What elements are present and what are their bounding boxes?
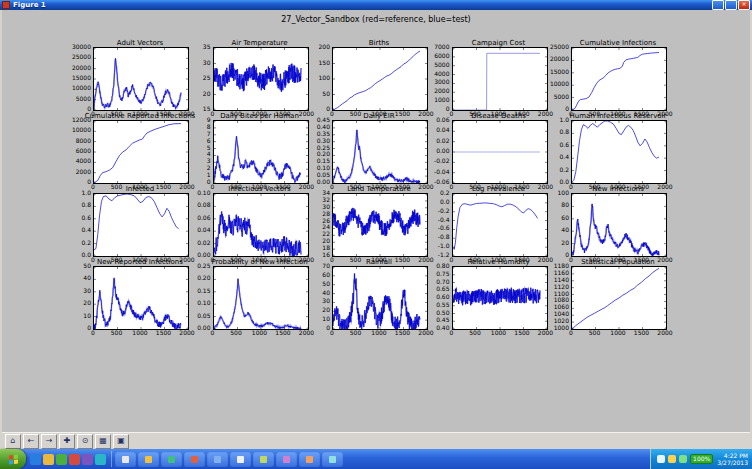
quick-launch-icon[interactable] (82, 454, 93, 465)
minimize-button[interactable] (712, 0, 724, 10)
quick-launch-icon[interactable] (43, 454, 54, 465)
x-tick-label: 1000 (607, 330, 629, 336)
taskbar-window-button[interactable] (115, 452, 136, 467)
subplot-title: Infectious Vectors (228, 185, 290, 193)
toolbar-pan-button[interactable]: ✚ (59, 434, 75, 449)
y-tick-label: -1.0 (427, 243, 450, 249)
taskbar-window-button[interactable] (138, 452, 159, 467)
y-tick-label: 10 (68, 313, 91, 319)
app-icon (214, 456, 221, 463)
y-tick-label: 4000 (68, 158, 91, 164)
subplot-plot-area[interactable] (93, 47, 189, 111)
taskbar-window-button[interactable] (322, 452, 343, 467)
subplot-plot-area[interactable] (571, 193, 667, 257)
taskbar-clock[interactable]: 4:22 PM 3/27/2013 (717, 452, 748, 466)
subplot-title: Cumulative Infections (580, 39, 656, 47)
x-tick-label: 1000 (488, 330, 510, 336)
taskbar-window-button[interactable] (276, 452, 297, 467)
quick-launch-icon[interactable] (69, 454, 80, 465)
clock-date: 3/27/2013 (717, 459, 748, 466)
subplot-plot-area[interactable] (213, 47, 309, 111)
y-tick-label: 40 (307, 290, 330, 296)
y-tick-label: 30 (307, 298, 330, 304)
subplot-plot-area[interactable] (452, 266, 548, 330)
y-tick-label: 30 (188, 60, 211, 66)
y-tick-label: 30 (307, 204, 330, 210)
taskbar-window-button[interactable] (161, 452, 182, 467)
y-tick-label: 0.25 (188, 263, 211, 269)
x-tick-label: 500 (345, 330, 367, 336)
y-tick-label: 5000 (546, 94, 569, 100)
subplot-plot-area[interactable] (332, 120, 428, 184)
y-tick-label: 40 (68, 275, 91, 281)
subplot-plot-area[interactable] (93, 120, 189, 184)
subplot-cell: Human Infectious Reservoir1.00.80.60.40.… (546, 112, 666, 185)
toolbar-save-button[interactable]: ▣ (113, 434, 129, 449)
taskbar-window-button[interactable] (207, 452, 228, 467)
subplot-cell: Relative Humidity0.800.750.700.650.600.5… (427, 258, 547, 331)
subplot-plot-area[interactable] (213, 266, 309, 330)
maximize-button[interactable] (725, 0, 737, 10)
battery-indicator[interactable]: 100% (690, 454, 713, 464)
y-tick-label: 0.15 (188, 288, 211, 294)
subplot-plot-area[interactable] (571, 47, 667, 111)
subplot-plot-area[interactable] (452, 120, 548, 184)
toolbar-back-button[interactable]: ← (23, 434, 39, 449)
figure-canvas: 27_Vector_Sandbox (red=reference, blue=t… (0, 10, 752, 449)
subplot-cell: Daily Bites per Human9876543210050010001… (188, 112, 308, 185)
tray-icon[interactable] (679, 455, 687, 463)
subplot-plot-area[interactable] (452, 47, 548, 111)
subplot-title: Disease Deaths (471, 112, 526, 120)
taskbar-window-button[interactable] (230, 452, 251, 467)
subplot-plot-area[interactable] (213, 120, 309, 184)
y-tick-label: 25 (188, 75, 211, 81)
close-button[interactable]: × (738, 0, 750, 10)
subplot-plot-area[interactable] (332, 47, 428, 111)
subplot-title: Log Prevalence (472, 185, 525, 193)
quick-launch-icon[interactable] (95, 454, 106, 465)
y-tick-label: 20 (68, 300, 91, 306)
y-tick-label: 3000 (427, 79, 450, 85)
subplot-cell: New Reported Infections50403020100050010… (68, 258, 188, 331)
subplot-plot-area[interactable] (452, 193, 548, 257)
subplot-title: Air Temperature (231, 39, 287, 47)
y-tick-label: 35 (188, 44, 211, 50)
subplot-plot-area[interactable] (332, 266, 428, 330)
subplot-title: Infected (126, 185, 155, 193)
subplot-plot-area[interactable] (213, 193, 309, 257)
start-button[interactable] (0, 449, 26, 469)
tray-icon[interactable] (657, 455, 665, 463)
subplot-plot-area[interactable] (93, 193, 189, 257)
taskbar-window-button[interactable] (253, 452, 274, 467)
taskbar-window-button[interactable] (184, 452, 205, 467)
y-tick-label: 0.2 (546, 167, 569, 173)
toolbar-zoom-button[interactable]: ⊙ (77, 434, 93, 449)
y-tick-label: 15000 (546, 69, 569, 75)
toolbar-subplots-button[interactable]: ▦ (95, 434, 111, 449)
y-tick-label: 200 (307, 44, 330, 50)
y-tick-label: 0.4 (546, 154, 569, 160)
x-tick-label: 500 (225, 330, 247, 336)
subplot-cell: Rainfall7060504030201000500100015002000 (307, 258, 427, 331)
quick-launch-icon[interactable] (30, 454, 41, 465)
toolbar-home-button[interactable]: ⌂ (5, 434, 21, 449)
subplot-title: Daily Bites per Human (220, 112, 299, 120)
x-tick-label: 1500 (392, 330, 414, 336)
subplot-plot-area[interactable] (571, 120, 667, 184)
plots-grid: Adult Vectors300002500020000150001000050… (68, 39, 666, 331)
y-tick-label: 0.2 (68, 240, 91, 246)
y-tick-label: 0.06 (427, 117, 450, 123)
tray-icon[interactable] (668, 455, 676, 463)
toolbar-forward-button[interactable]: → (41, 434, 57, 449)
y-tick-label: 5000 (68, 96, 91, 102)
taskbar-window-button[interactable] (299, 452, 320, 467)
subplot-plot-area[interactable] (571, 266, 667, 330)
y-tick-label: 10000 (68, 85, 91, 91)
quick-launch-icon[interactable] (56, 454, 67, 465)
y-tick-label: 0.04 (188, 227, 211, 233)
y-tick-label: 0.60 (427, 294, 450, 300)
y-tick-label: 0.6 (546, 142, 569, 148)
subplot-plot-area[interactable] (332, 193, 428, 257)
subplot-plot-area[interactable] (93, 266, 189, 330)
subplot-title: Human Infectious Reservoir (570, 112, 667, 120)
